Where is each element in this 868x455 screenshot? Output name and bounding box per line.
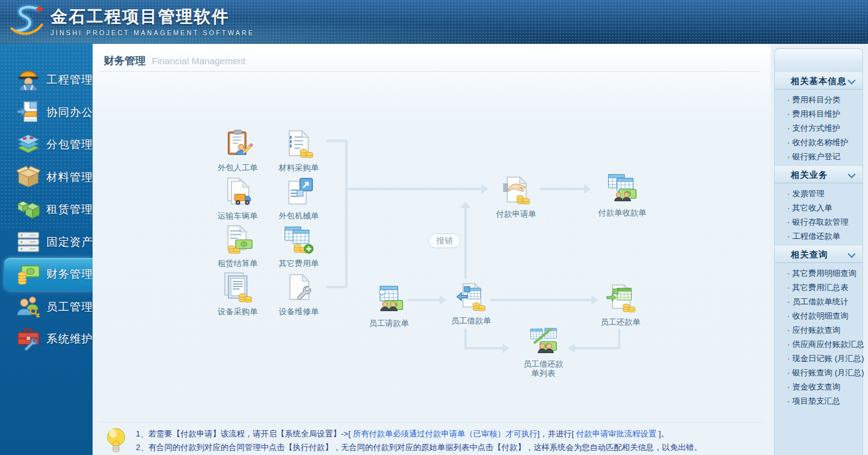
flow-node-employee-repay[interactable]: 员工还款单 bbox=[586, 283, 654, 327]
sidebar-item-label: 员工管理 bbox=[46, 299, 93, 314]
link-bank-account-query-monthly[interactable]: 银行账查询 (月汇总) bbox=[775, 365, 862, 380]
tip-line-2: 2、有合同的付款到对应的合同管理中点击【执行付款】，无合同的付款到对应的原始单据… bbox=[136, 441, 702, 454]
link-payable-query[interactable]: 应付账款查询 bbox=[775, 323, 862, 337]
tip-text: ]。 bbox=[656, 429, 669, 438]
section-related-business[interactable]: 相关业务 bbox=[775, 166, 862, 183]
elbow-borrow-down bbox=[464, 328, 467, 349]
doc-arrow-right-coins-icon bbox=[605, 283, 636, 314]
tips-text: 1、若需要【付款申请】该流程，请开启【系统全局设置】->[ 所有付款单必须通过付… bbox=[136, 427, 702, 454]
tables-pencil-people-icon bbox=[528, 325, 559, 356]
section-title: 相关基本信息 bbox=[775, 76, 846, 86]
link-employee-borrow-stats[interactable]: 员工借款单统计 bbox=[775, 294, 862, 309]
link-cash-journal-monthly[interactable]: 现金日记账 (月汇总) bbox=[775, 351, 862, 365]
sidebar-item-lease-management[interactable]: 租赁管理 bbox=[0, 193, 93, 226]
reimburse-badge: 报销 bbox=[428, 233, 461, 248]
chevron-down-icon bbox=[848, 250, 856, 258]
link-fund-in-out-query[interactable]: 资金收支查询 bbox=[775, 380, 862, 394]
link-supplier-payable-summary[interactable]: 供应商应付账款汇总 bbox=[775, 337, 862, 351]
flow-node-employee-payment-request[interactable]: 员工请款单 bbox=[355, 284, 423, 328]
app-header: 金石工程项目管理软件 JINSHI PROJECT MANAGEMENT SOF… bbox=[0, 0, 868, 44]
bracket-line bbox=[345, 140, 348, 288]
doc-money-icon bbox=[222, 224, 253, 255]
link-other-expense-detail-query[interactable]: 其它费用明细查询 bbox=[775, 266, 862, 280]
link-bank-account-register[interactable]: 银行账户登记 bbox=[775, 149, 862, 164]
link-payment-method-maintain[interactable]: 支付方式维护 bbox=[775, 121, 862, 135]
sidebar-item-material-management[interactable]: 材料管理 bbox=[0, 161, 93, 194]
table-people-money-icon bbox=[373, 284, 404, 315]
flow-node-employee-borrow-repay-list[interactable]: 员工借还款单列表 bbox=[509, 325, 577, 378]
flow-node-payment-request[interactable]: 付款申请单 bbox=[482, 175, 550, 219]
link-payee-name-maintain[interactable]: 收付款名称维护 bbox=[775, 135, 862, 149]
doc-wrench-icon bbox=[283, 272, 314, 303]
link-other-income[interactable]: 其它收入单 bbox=[775, 201, 862, 215]
section-title: 相关查询 bbox=[775, 249, 828, 259]
flow-node-lease-settlement[interactable]: 租赁结算单 bbox=[204, 224, 272, 268]
toolbox-icon bbox=[16, 327, 41, 351]
tip-text: ]，并进行[ bbox=[537, 429, 576, 438]
flow-node-material-purchase[interactable]: 材料采购单 bbox=[265, 128, 333, 172]
arrow-borrow-to-repay bbox=[490, 299, 593, 301]
link-payment-detail-query[interactable]: 收付款明细查询 bbox=[775, 309, 862, 323]
tips-panel: 1、若需要【付款申请】该流程，请开启【系统全局设置】->[ 所有付款单必须通过付… bbox=[99, 422, 763, 454]
flow-node-outsource-machinery[interactable]: 外包机械单 bbox=[265, 177, 333, 220]
link-expense-subject-maintain[interactable]: 费用科目维护 bbox=[775, 107, 862, 121]
sidebar-item-financial-management[interactable]: 财务管理 bbox=[4, 258, 93, 291]
link-other-expense-summary[interactable]: 其它费用汇总表 bbox=[775, 280, 862, 294]
link-expense-subject-category[interactable]: 费用科目分类 bbox=[775, 93, 862, 107]
docs-coins-icon bbox=[222, 272, 253, 303]
elbow-borrow-right bbox=[464, 347, 504, 349]
sidebar-item-label: 工程管理 bbox=[46, 72, 93, 87]
sidebar-item-label: 财务管理 bbox=[46, 267, 93, 282]
link-bank-deposit-withdraw[interactable]: 银行存取款管理 bbox=[775, 215, 862, 229]
flow-node-employee-borrow[interactable]: 员工借款单 bbox=[437, 282, 505, 325]
construction-worker-icon bbox=[16, 67, 41, 92]
page-subtitle: Financial Management bbox=[152, 56, 246, 66]
sidebar-item-system-maintenance[interactable]: 系统维护 bbox=[0, 323, 93, 356]
sidebar-item-label: 租赁管理 bbox=[46, 202, 93, 217]
tip-text: 1、若需要【付款申请】该流程，请开启【系统全局设置】->[ bbox=[136, 429, 353, 438]
sidebar-item-subcontract-management[interactable]: 分包管理 bbox=[0, 128, 93, 161]
sidebar-item-fixed-assets[interactable]: 固定资产 bbox=[0, 226, 93, 259]
app-title: 金石工程项目管理软件 bbox=[51, 6, 254, 28]
sidebar-item-label: 材料管理 bbox=[46, 170, 93, 185]
sidebar-item-collaboration[interactable]: 协同办公 bbox=[0, 96, 93, 129]
title-divider bbox=[100, 71, 761, 72]
sidebar-item-project-management[interactable]: 工程管理 bbox=[0, 64, 93, 96]
tip-link-approval-flow-settings[interactable]: 付款申请审批流程设置 bbox=[576, 429, 656, 438]
tip-link-payment-rule[interactable]: 所有付款单必须通过付款申请单（已审核）才可执行 bbox=[353, 429, 537, 438]
flow-node-equipment-repair[interactable]: 设备维修单 bbox=[265, 272, 333, 316]
elbow-repay-left bbox=[572, 347, 619, 349]
doc-coins-icon bbox=[283, 128, 314, 159]
link-invoice-management[interactable]: 发票管理 bbox=[775, 186, 862, 201]
table-coins-plus-icon bbox=[283, 224, 314, 255]
layers-icon bbox=[16, 132, 41, 157]
page-title: 财务管理 bbox=[104, 55, 146, 67]
servers-icon bbox=[16, 230, 41, 254]
box-icon bbox=[16, 165, 41, 190]
flow-node-equipment-purchase[interactable]: 设备采购单 bbox=[204, 272, 272, 316]
clipboard-person-icon bbox=[222, 128, 253, 159]
section-basic-info[interactable]: 相关基本信息 bbox=[775, 72, 862, 90]
link-project-advance-summary[interactable]: 项目垫支汇总 bbox=[775, 394, 862, 408]
panel-top-strip bbox=[775, 49, 862, 72]
doc-hand-coins-icon bbox=[501, 175, 532, 206]
staff-key-icon bbox=[16, 294, 41, 319]
sidebar-item-label: 分包管理 bbox=[46, 137, 93, 152]
elbow-repay-down bbox=[618, 328, 620, 349]
flow-node-transport-vehicle[interactable]: 运输车辆单 bbox=[204, 177, 272, 220]
flow-node-payment-receipt[interactable]: 付款单收款单 bbox=[588, 173, 656, 217]
link-project-borrow-repay[interactable]: 工程借还款单 bbox=[775, 229, 862, 243]
flow-node-outsource-labor[interactable]: 外包人工单 bbox=[204, 128, 272, 172]
app-subtitle: JINSHI PROJECT MANAGEMENT SOFTWARE bbox=[51, 29, 254, 36]
lightbulb-icon bbox=[104, 427, 128, 455]
page-title-block: 财务管理Financial Management bbox=[104, 54, 246, 68]
app-logo-icon bbox=[9, 2, 44, 40]
flow-node-other-expense[interactable]: 其它费用单 bbox=[265, 224, 333, 268]
section-related-query[interactable]: 相关查询 bbox=[775, 246, 862, 263]
chevron-down-icon bbox=[848, 77, 856, 85]
sidebar-item-label: 固定资产 bbox=[46, 235, 93, 249]
sidebar-item-staff-management[interactable]: 员工管理 bbox=[0, 291, 93, 324]
related-links-panel: 相关基本信息 费用科目分类 费用科目维护 支付方式维护 收付款名称维护 银行账户… bbox=[774, 48, 863, 455]
money-icon bbox=[16, 262, 41, 286]
reimburse-up-arrow bbox=[464, 203, 467, 279]
